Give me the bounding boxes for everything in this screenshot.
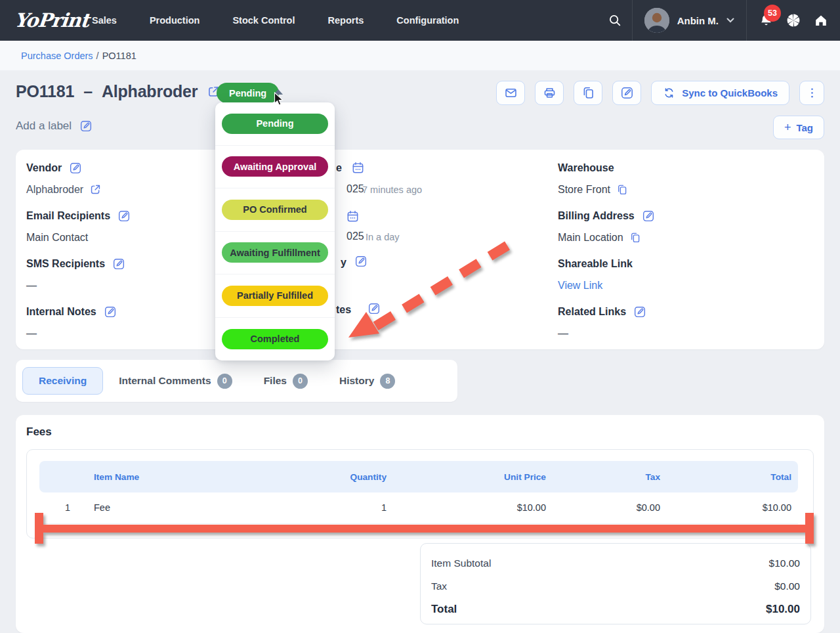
user-name: Anbin M.	[677, 15, 719, 26]
fees-table-container: Item Name Quantity Unit Price Tax Total …	[26, 449, 814, 538]
fee-quantity: 1	[230, 492, 393, 523]
summary-row-tax: Tax$0.00	[431, 575, 800, 598]
status-option-po-confirmed[interactable]: PO Confirmed	[215, 188, 335, 232]
edit-icon[interactable]	[633, 305, 646, 318]
edit-icon	[620, 86, 634, 100]
internal-notes-value: —	[26, 327, 131, 339]
copy-icon[interactable]	[629, 232, 641, 244]
date-value-fragment-2: 025	[346, 230, 364, 242]
edit-icon[interactable]	[104, 305, 117, 318]
edit-button[interactable]	[612, 81, 641, 105]
status-option-awaiting-approval[interactable]: Awaiting Approval	[215, 146, 335, 189]
notifications-button[interactable]: 53	[752, 12, 780, 29]
plus-icon: +	[784, 121, 791, 135]
sms-recipients-label: SMS Recipients	[26, 258, 131, 270]
col-total: Total	[667, 461, 798, 492]
mail-icon	[504, 86, 518, 100]
status-option-awaiting-fulfillment[interactable]: Awaiting Fulfillment	[215, 232, 335, 275]
duplicate-button[interactable]	[574, 81, 602, 105]
billing-address-label: Billing Address	[558, 210, 655, 222]
nav-item-production[interactable]: Production	[150, 15, 200, 26]
col-item-name: Item Name	[77, 461, 230, 492]
internal-notes-label: Internal Notes	[26, 306, 131, 318]
print-button[interactable]	[535, 81, 564, 105]
breadcrumb-separator: /	[96, 51, 99, 61]
count-badge: 8	[380, 374, 395, 389]
add-label-button[interactable]: Add a label	[16, 120, 93, 133]
page-title: PO1181 – Alphabroder	[16, 82, 220, 101]
avatar	[644, 8, 669, 33]
tab-receiving[interactable]: Receiving	[22, 367, 103, 395]
fee-total: $10.00	[667, 492, 798, 523]
home-icon	[813, 12, 829, 28]
breadcrumb-link-purchase-orders[interactable]: Purchase Orders	[21, 51, 93, 61]
fee-row[interactable]: 1 Fee 1 $10.00 $0.00 $10.00	[39, 492, 798, 523]
relative-time-2: In a day	[366, 232, 400, 242]
edit-icon[interactable]	[642, 209, 655, 223]
nav-item-stock-control[interactable]: Stock Control	[232, 15, 295, 26]
summary-row-subtotal: Item Subtotal$10.00	[431, 552, 800, 575]
status-dropdown-menu: Pending Awaiting Approval PO Confirmed A…	[215, 102, 335, 360]
status-option-partially-fulfilled[interactable]: Partially Fulfilled	[215, 274, 335, 318]
status-option-completed[interactable]: Completed	[215, 318, 335, 361]
details-right-column: Warehouse Store Front Billing Address Ma…	[558, 162, 655, 354]
po-number: PO1181	[16, 82, 74, 101]
nav-item-sales[interactable]: Sales	[92, 15, 117, 26]
col-unit-price: Unit Price	[393, 461, 553, 492]
more-options-button[interactable]	[799, 81, 824, 105]
view-link[interactable]: View Link	[558, 279, 655, 292]
edit-icon[interactable]	[117, 209, 131, 223]
date-value-fragment-1: 025	[346, 183, 364, 195]
add-tag-button[interactable]: + Tag	[773, 116, 824, 139]
more-vertical-icon	[805, 86, 819, 100]
vendor-title: Alphabroder	[102, 82, 198, 101]
search-icon[interactable]	[598, 13, 632, 28]
printer-icon	[543, 86, 556, 100]
vendor-value[interactable]: Alphabroder	[26, 183, 131, 196]
field-label-fragment-4: tes	[336, 304, 351, 316]
sync-quickbooks-button[interactable]: Sync to QuickBooks	[651, 81, 789, 105]
chevron-down-icon	[726, 18, 734, 23]
action-toolbar: Sync to QuickBooks	[496, 81, 824, 105]
nav-item-configuration[interactable]: Configuration	[396, 15, 459, 26]
email-recipients-value: Main Contact	[26, 231, 131, 244]
edit-icon	[79, 120, 93, 133]
warehouse-label: Warehouse	[558, 162, 655, 174]
tab-internal-comments[interactable]: Internal Comments0	[103, 367, 247, 395]
copy-icon[interactable]	[616, 184, 628, 196]
breadcrumb: Purchase Orders / PO1181	[0, 41, 840, 71]
calendar-icon[interactable]	[351, 161, 365, 175]
status-badge[interactable]: Pending	[217, 83, 279, 103]
copy-icon	[581, 86, 595, 100]
tab-history[interactable]: History8	[324, 367, 411, 395]
purchase-order-page: YoPrint Sales Production Stock Control R…	[0, 0, 840, 633]
shutter-icon	[786, 12, 801, 28]
top-navbar: YoPrint Sales Production Stock Control R…	[0, 0, 840, 41]
email-button[interactable]	[496, 81, 525, 105]
user-menu[interactable]: Anbin M.	[633, 8, 746, 33]
edit-icon[interactable]	[69, 162, 82, 175]
warehouse-value: Store Front	[558, 183, 655, 196]
fee-name: Fee	[77, 492, 230, 523]
edit-icon[interactable]	[368, 302, 381, 315]
edit-icon[interactable]	[354, 255, 368, 268]
home-button[interactable]	[807, 12, 835, 28]
col-tax: Tax	[553, 461, 667, 492]
calendar-icon[interactable]	[346, 209, 360, 223]
email-recipients-label: Email Recipients	[26, 210, 131, 222]
count-badge: 0	[217, 374, 232, 389]
sms-recipients-value: —	[26, 279, 131, 292]
shutter-button[interactable]	[780, 12, 807, 28]
field-label-fragment-3: y	[341, 257, 346, 269]
fee-unit-price: $10.00	[393, 492, 553, 523]
vendor-label: Vendor	[26, 162, 131, 174]
external-link-icon[interactable]	[89, 183, 102, 196]
nav-item-reports[interactable]: Reports	[328, 15, 364, 26]
status-option-pending[interactable]: Pending	[215, 102, 335, 146]
fees-header-row: Item Name Quantity Unit Price Tax Total	[39, 461, 798, 492]
edit-icon[interactable]	[112, 257, 125, 271]
tab-files[interactable]: Files0	[248, 367, 324, 395]
billing-address-value: Main Location	[558, 231, 655, 244]
brand-logo[interactable]: YoPrint	[13, 9, 85, 32]
relative-time-1: 7 minutes ago	[362, 185, 422, 195]
